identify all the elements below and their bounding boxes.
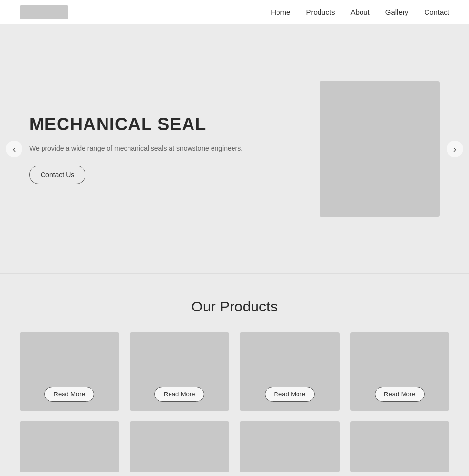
nav-products[interactable]: Products (306, 8, 335, 16)
product-card-6 (130, 421, 230, 472)
nav-home[interactable]: Home (271, 8, 290, 16)
nav-about[interactable]: About (351, 8, 370, 16)
product-card-3: Read More (240, 332, 340, 411)
hero-prev-button[interactable]: ‹ (6, 141, 22, 157)
hero-text-block: MECHANICAL SEAL We provide a wide range … (29, 114, 244, 184)
hero-image (320, 81, 440, 217)
nav-contact[interactable]: Contact (424, 8, 449, 16)
product-card-4: Read More (350, 332, 450, 411)
products-grid-bottom (20, 421, 449, 472)
main-nav: Home Products About Gallery Contact (271, 8, 449, 16)
contact-us-button[interactable]: Contact Us (29, 166, 85, 184)
products-heading: Our Products (20, 298, 449, 315)
hero-title: MECHANICAL SEAL (29, 114, 244, 135)
read-more-button-4[interactable]: Read More (375, 387, 425, 402)
product-card-2: Read More (130, 332, 230, 411)
hero-subtitle: We provide a wide range of mechanical se… (29, 144, 244, 154)
hero-next-button[interactable]: › (447, 141, 463, 157)
products-grid-top: Read More Read More Read More Read More (20, 332, 449, 411)
product-card-1: Read More (20, 332, 119, 411)
read-more-button-3[interactable]: Read More (265, 387, 315, 402)
product-card-8 (350, 421, 450, 472)
nav-gallery[interactable]: Gallery (385, 8, 409, 16)
read-more-button-1[interactable]: Read More (44, 387, 94, 402)
read-more-button-2[interactable]: Read More (154, 387, 204, 402)
products-section: Our Products Read More Read More Read Mo… (0, 273, 469, 476)
hero-content: MECHANICAL SEAL We provide a wide range … (29, 81, 440, 217)
product-card-7 (240, 421, 340, 472)
product-card-5 (20, 421, 119, 472)
site-header: Home Products About Gallery Contact (0, 0, 469, 24)
hero-section: ‹ MECHANICAL SEAL We provide a wide rang… (0, 24, 469, 273)
site-logo (20, 5, 68, 19)
